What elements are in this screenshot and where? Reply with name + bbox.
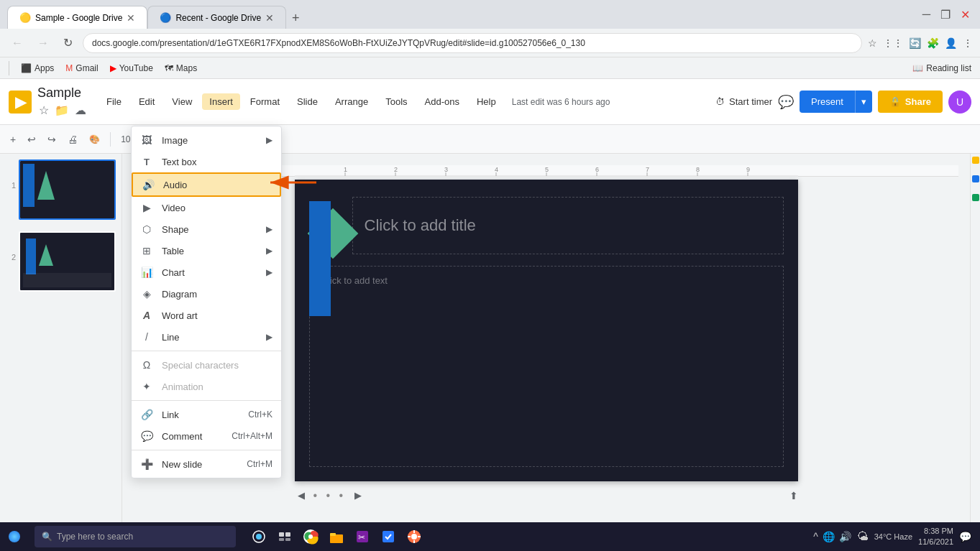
reload-button[interactable]: ↻ [59,33,77,52]
topbar-right: ⏱ Start timer 💬 Present ▾ 🔒 Share U [715,91,971,114]
move-to-folder-button[interactable]: 📁 [53,102,70,119]
taskbar-app-explorer[interactable] [325,525,348,548]
menu-item-image[interactable]: 🖼 Image ▶ [132,129,281,151]
menu-arrange[interactable]: Arrange [328,93,375,110]
slide-content-placeholder[interactable]: Click to add text [309,266,784,467]
user-profile-icon[interactable]: 👤 [945,37,957,49]
menu-item-video[interactable]: ▶ Video [132,197,281,218]
toolbar-paintformat-button[interactable]: 🎨 [85,131,104,147]
menu-item-table[interactable]: ⊞ Table ▶ [132,240,281,261]
menu-view[interactable]: View [165,93,199,110]
google-apps-icon[interactable]: ⋮⋮ [883,37,903,49]
bookmark-apps[interactable]: ⬛ Apps [21,63,54,73]
tab-close-sample[interactable]: ✕ [127,12,135,24]
slide-panel: 1 2 [0,154,122,551]
menu-addons[interactable]: Add-ons [418,93,467,110]
network-icon[interactable]: 🌐 [823,531,835,542]
bookmark-youtube[interactable]: ▶ YouTube [110,63,153,73]
toolbar-undo-button[interactable]: ↩ [23,131,40,148]
menu-insert[interactable]: Insert [202,93,240,110]
taskbar-search-box[interactable]: 🔍 Type here to search [35,526,236,547]
comment-toggle-button[interactable]: 💬 [778,94,794,110]
reading-list-label: Reading list [926,63,971,73]
menu-slide[interactable]: Slide [290,93,325,110]
present-dropdown-button[interactable]: ▾ [855,91,872,113]
menu-item-link[interactable]: 🔗 Link Ctrl+K [132,404,281,425]
menu-help[interactable]: Help [470,93,503,110]
taskbar-app-snip[interactable]: ✂ [351,525,374,548]
right-panel-icon-3[interactable] [972,194,979,201]
slide-canvas[interactable]: Click to add title Click to add text [295,180,798,481]
taskbar-clock[interactable]: 8:38 PM 11/6/2021 [918,526,953,548]
reading-list-icon: 📖 [912,63,923,73]
toolbar-print-button[interactable]: 🖨 [63,131,82,148]
taskbar-app-cortana[interactable] [247,525,270,548]
chrome-menu-icon[interactable]: ⋮ [963,37,973,49]
present-button[interactable]: Present [800,91,855,113]
extensions-icon[interactable]: 🧩 [927,37,939,49]
start-timer-button[interactable]: ⏱ Start timer [715,96,772,107]
menu-item-diagram[interactable]: ◈ Diagram [132,283,281,305]
close-window-button[interactable]: ✕ [958,5,973,24]
right-panel-icon-2[interactable] [972,175,979,182]
slide-thumb-2[interactable] [19,231,116,292]
slide-thumb-1[interactable] [19,159,116,220]
svg-rect-24 [285,532,290,537]
tab-title-recent: Recent - Google Drive [175,13,261,23]
bookmark-maps[interactable]: 🗺 Maps [165,63,197,73]
prev-slide-button[interactable]: ◀ [295,487,308,504]
menu-file[interactable]: File [99,93,129,110]
collapse-panel-button[interactable]: ⬆ [789,490,798,501]
start-timer-label: Start timer [729,96,772,107]
share-button[interactable]: 🔒 Share [878,91,943,113]
menu-item-shape[interactable]: ⬡ Shape ▶ [132,218,281,240]
menu-format[interactable]: Format [243,93,287,110]
menu-item-chart[interactable]: 📊 Chart ▶ [132,261,281,283]
svg-point-22 [256,534,262,540]
tray-arrow-icon[interactable]: ^ [813,531,818,542]
menu-item-audio[interactable]: 🔊 Audio [132,172,281,197]
clock-date: 11/6/2021 [918,537,953,547]
back-button[interactable]: ← [7,34,27,52]
browser-window-controls: ─ ❐ ✕ [920,5,973,24]
menu-item-line[interactable]: / Line ▶ [132,326,281,348]
menu-item-textbox[interactable]: T Text box [132,151,281,172]
reading-list[interactable]: 📖 Reading list [912,63,971,73]
document-title[interactable]: Sample [37,85,88,101]
volume-icon[interactable]: 🔊 [839,531,851,542]
menu-tools[interactable]: Tools [378,93,414,110]
last-edit-text[interactable]: Last edit was 6 hours ago [512,97,610,107]
maximize-button[interactable]: ❐ [938,5,953,24]
profile-sync-icon[interactable]: 🔄 [909,37,921,49]
slide-title-placeholder[interactable]: Click to add title [352,197,784,254]
taskbar-app-todo[interactable] [377,525,400,548]
tab-close-recent[interactable]: ✕ [265,12,274,24]
tab-sample[interactable]: 🟡 Sample - Google Drive ✕ [7,6,147,29]
star-button[interactable]: ☆ [37,102,50,119]
menu-item-comment[interactable]: 💬 Comment Ctrl+Alt+M [132,425,281,447]
menu-item-wordart[interactable]: A Word art [132,305,281,326]
start-button[interactable] [0,522,29,551]
diagram-label: Diagram [162,289,273,300]
taskbar-app-mindmap[interactable] [403,525,426,548]
new-tab-button[interactable]: + [286,8,306,29]
toolbar-redo-button[interactable]: ↪ [43,131,60,148]
tab-recent[interactable]: 🔵 Recent - Google Drive ✕ [147,6,286,29]
address-input[interactable] [83,33,862,53]
cloud-save-button[interactable]: ☁ [73,102,88,119]
right-panel-icon-1[interactable] [972,157,979,164]
toolbar-add-button[interactable]: + [6,131,20,148]
slides-topbar: ▶ Sample ☆ 📁 ☁ File Edit View Insert For… [0,79,980,125]
forward-button[interactable]: → [33,34,53,52]
bookmark-icon[interactable]: ☆ [868,37,877,49]
user-avatar[interactable]: U [948,91,971,114]
taskbar-app-taskview[interactable] [273,525,296,548]
taskbar-app-chrome[interactable] [299,525,322,548]
next-slide-button[interactable]: ▶ [352,487,365,504]
shape-icon: ⬡ [140,223,153,236]
menu-edit[interactable]: Edit [132,93,162,110]
minimize-button[interactable]: ─ [920,5,933,24]
notifications-icon[interactable]: 💬 [959,531,971,542]
menu-item-new-slide[interactable]: ➕ New slide Ctrl+M [132,453,281,475]
bookmark-gmail[interactable]: M Gmail [65,63,98,73]
